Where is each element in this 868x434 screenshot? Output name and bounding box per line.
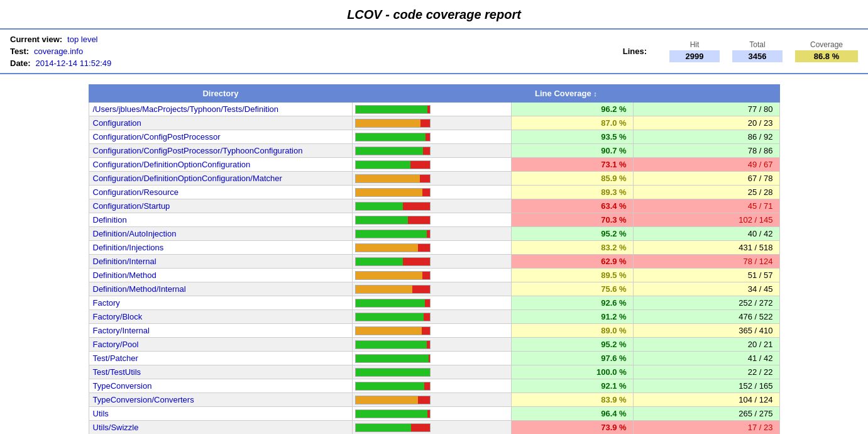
coverage-bar	[355, 216, 431, 225]
pct-cell: 63.4 %	[511, 199, 633, 213]
dir-cell: Configuration/ConfigPostProcessor/Typhoo…	[89, 144, 353, 158]
pct-cell: 92.6 %	[511, 296, 633, 310]
coverage-value: 86.8 %	[795, 50, 858, 62]
coverage-bar	[355, 285, 431, 294]
date-label: Date:	[10, 58, 31, 68]
dir-link[interactable]: Test/TestUtils	[93, 367, 141, 377]
pct-cell: 73.9 %	[511, 421, 633, 435]
dir-link[interactable]: Configuration/ConfigPostProcessor	[93, 132, 221, 142]
lines-cell: 365 / 410	[633, 324, 779, 338]
coverage-bar	[355, 354, 431, 363]
dir-link[interactable]: Definition	[93, 215, 127, 225]
test-label: Test:	[10, 47, 29, 56]
lines-cell: 17 / 23	[633, 421, 779, 435]
lines-cell: 152 / 165	[633, 379, 779, 393]
dir-link[interactable]: /Users/jblues/MacProjects/Typhoon/Tests/…	[93, 104, 279, 114]
dir-link[interactable]: TypeConversion/Converters	[93, 395, 194, 404]
bar-cell	[353, 365, 511, 379]
dir-cell: Configuration/Startup	[89, 199, 353, 213]
dir-link[interactable]: Definition/Internal	[93, 257, 157, 266]
test-value: coverage.info	[34, 47, 83, 56]
dir-link[interactable]: Definition/Method/Internal	[93, 284, 186, 294]
sort-arrow-icon[interactable]: ↕	[593, 90, 597, 97]
lines-cell: 265 / 275	[633, 407, 779, 421]
pct-cell: 85.9 %	[511, 172, 633, 186]
table-row: /Users/jblues/MacProjects/Typhoon/Tests/…	[89, 103, 779, 116]
dir-cell: TypeConversion/Converters	[89, 393, 353, 407]
dir-cell: Configuration/DefinitionOptionConfigurat…	[89, 158, 353, 172]
current-view-label: Current view:	[10, 35, 62, 44]
coverage-bar	[355, 119, 431, 128]
dir-link[interactable]: Factory/Internal	[93, 326, 150, 335]
coverage-bar	[355, 188, 431, 197]
dir-link[interactable]: Factory/Block	[93, 312, 143, 321]
coverage-bar	[355, 105, 431, 114]
lines-cell: 102 / 145	[633, 213, 779, 227]
pct-cell: 100.0 %	[511, 365, 633, 379]
table-row: Definition/Internal62.9 %78 / 124	[89, 255, 779, 269]
lines-cell: 252 / 272	[633, 296, 779, 310]
dir-cell: Utils	[89, 407, 353, 421]
table-row: TypeConversion/Converters83.9 %104 / 124	[89, 393, 779, 407]
dir-link[interactable]: Factory	[93, 298, 120, 308]
dir-link[interactable]: Definition/Injections	[93, 243, 164, 252]
pct-cell: 89.3 %	[511, 186, 633, 199]
lines-cell: 45 / 71	[633, 199, 779, 213]
dir-link[interactable]: TypeConversion	[93, 381, 152, 391]
coverage-bar	[355, 257, 431, 266]
pct-cell: 97.6 %	[511, 352, 633, 365]
hit-stat: Hit 2999	[669, 40, 720, 62]
table-body: /Users/jblues/MacProjects/Typhoon/Tests/…	[89, 103, 779, 435]
main-table-wrap: Directory Line Coverage ↕ /Users/jblues/…	[89, 84, 780, 434]
dir-link[interactable]: Definition/AutoInjection	[93, 229, 177, 238]
lines-cell: 41 / 42	[633, 352, 779, 365]
table-row: Utils/Swizzle73.9 %17 / 23	[89, 421, 779, 435]
bar-cell	[353, 338, 511, 352]
table-row: TypeConversion92.1 %152 / 165	[89, 379, 779, 393]
pct-cell: 96.2 %	[511, 103, 633, 116]
coverage-bar	[355, 160, 431, 169]
table-row: Test/Patcher97.6 %41 / 42	[89, 352, 779, 365]
table-row: Factory/Pool95.2 %20 / 21	[89, 338, 779, 352]
bar-cell	[353, 186, 511, 199]
dir-link[interactable]: Definition/Method	[93, 270, 157, 280]
dir-link[interactable]: Configuration/DefinitionOptionConfigurat…	[93, 160, 251, 169]
pct-cell: 92.1 %	[511, 379, 633, 393]
pct-cell: 87.0 %	[511, 116, 633, 130]
page-title: LCOV - code coverage report	[0, 0, 868, 28]
header-right: Lines: Hit 2999 Total 3456 Coverage 86.8…	[623, 40, 858, 62]
table-row: Configuration/Startup63.4 %45 / 71	[89, 199, 779, 213]
dir-link[interactable]: Configuration/Startup	[93, 201, 170, 211]
bar-cell	[353, 393, 511, 407]
coverage-stat: Coverage 86.8 %	[795, 40, 858, 62]
dir-cell: TypeConversion	[89, 379, 353, 393]
table-row: Definition/Injections83.2 %431 / 518	[89, 241, 779, 255]
table-header-row: Directory Line Coverage ↕	[89, 85, 779, 103]
header-left: Current view: top level Test: coverage.i…	[10, 35, 111, 68]
lines-cell: 22 / 22	[633, 365, 779, 379]
lines-cell: 78 / 86	[633, 144, 779, 158]
pct-cell: 62.9 %	[511, 255, 633, 269]
pct-cell: 75.6 %	[511, 282, 633, 296]
pct-cell: 95.2 %	[511, 227, 633, 241]
coverage-bar	[355, 396, 431, 404]
dir-link[interactable]: Factory/Pool	[93, 340, 139, 349]
current-view-value: top level	[67, 35, 97, 44]
dir-link[interactable]: Configuration	[93, 118, 141, 128]
dir-link[interactable]: Utils/Swizzle	[93, 423, 139, 432]
col-header-line-coverage: Line Coverage ↕	[353, 85, 779, 103]
coverage-bar	[355, 382, 431, 391]
dir-link[interactable]: Configuration/ConfigPostProcessor/Typhoo…	[93, 146, 303, 155]
dir-link[interactable]: Configuration/DefinitionOptionConfigurat…	[93, 174, 282, 183]
table-row: Factory/Block91.2 %476 / 522	[89, 310, 779, 324]
bar-cell	[353, 407, 511, 421]
dir-link[interactable]: Utils	[93, 409, 109, 418]
dir-link[interactable]: Configuration/Resource	[93, 187, 179, 197]
dir-cell: Configuration/Resource	[89, 186, 353, 199]
lines-cell: 431 / 518	[633, 241, 779, 255]
dir-cell: Utils/Swizzle	[89, 421, 353, 435]
coverage-bar	[355, 147, 431, 155]
dir-link[interactable]: Test/Patcher	[93, 353, 138, 363]
bar-cell	[353, 116, 511, 130]
dir-cell: Configuration/DefinitionOptionConfigurat…	[89, 172, 353, 186]
